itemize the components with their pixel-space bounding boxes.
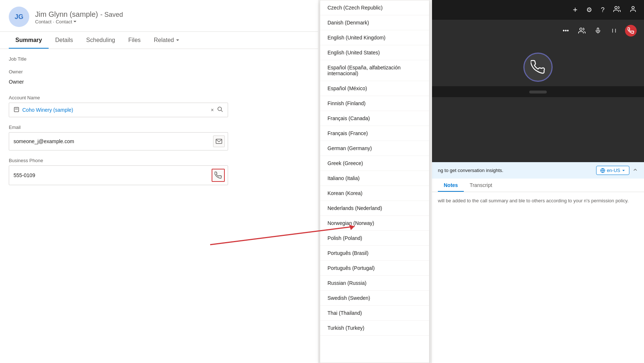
lang-item-8[interactable]: Français (France) bbox=[320, 126, 429, 141]
lang-item-10[interactable]: Greek (Greece) bbox=[320, 156, 429, 171]
call-controls: ••• bbox=[432, 20, 644, 42]
language-list: Czech (Czech Republic)Danish (Denmark)En… bbox=[320, 0, 429, 336]
notes-text: will be added to the call summary and bl… bbox=[438, 198, 629, 203]
lower-panel: ng to get conversation insights. en-US N… bbox=[432, 162, 644, 363]
form-content: Job Title Owner Owner Account Name Coho … bbox=[0, 49, 318, 363]
insights-bar: ng to get conversation insights. en-US bbox=[432, 162, 644, 179]
tab-transcript[interactable]: Transcript bbox=[464, 179, 498, 192]
contact-info: Jim Glynn (sample) - Saved Contact · Con… bbox=[35, 9, 123, 24]
lang-item-13[interactable]: Nederlands (Nederland) bbox=[320, 201, 429, 216]
business-phone-section: Business Phone 555-0109 bbox=[9, 158, 309, 185]
avatar: JG bbox=[9, 7, 29, 27]
call-phone-button[interactable] bbox=[212, 169, 225, 182]
account-record-icon bbox=[14, 107, 19, 114]
participants-icon[interactable] bbox=[577, 26, 587, 36]
email-field: someone_j@example.com bbox=[9, 132, 228, 150]
email-section: Email someone_j@example.com bbox=[9, 125, 309, 150]
plus-icon[interactable]: + bbox=[573, 5, 577, 15]
saved-status: - Saved bbox=[100, 11, 123, 18]
lang-item-17[interactable]: Português (Portugal) bbox=[320, 261, 429, 276]
svg-point-7 bbox=[632, 6, 634, 9]
job-title-section: Job Title bbox=[9, 56, 309, 62]
language-dropdown: Czech (Czech Republic)Danish (Denmark)En… bbox=[320, 0, 429, 363]
svg-rect-5 bbox=[216, 139, 222, 144]
contact-header: JG Jim Glynn (sample) - Saved Contact · … bbox=[0, 0, 318, 32]
lang-item-7[interactable]: Français (Canada) bbox=[320, 111, 429, 126]
business-phone-field: 555-0109 bbox=[9, 165, 228, 185]
tab-notes[interactable]: Notes bbox=[438, 179, 464, 192]
insights-text: ng to get conversation insights. bbox=[438, 168, 503, 173]
phone-value: 555-0109 bbox=[14, 172, 35, 178]
contact-type: Contact · Contact bbox=[35, 19, 123, 24]
type-secondary: Contact bbox=[56, 19, 72, 24]
collapse-icon[interactable] bbox=[632, 167, 638, 174]
pause-icon[interactable] bbox=[609, 26, 619, 36]
lang-item-1[interactable]: Danish (Denmark) bbox=[320, 15, 429, 30]
send-email-button[interactable] bbox=[213, 135, 225, 147]
lang-item-21[interactable]: Turkish (Turkey) bbox=[320, 321, 429, 336]
lang-item-5[interactable]: Español (México) bbox=[320, 81, 429, 96]
tab-related[interactable]: Related bbox=[147, 32, 186, 49]
lang-item-18[interactable]: Russian (Russia) bbox=[320, 276, 429, 291]
language-selector[interactable]: en-US bbox=[596, 166, 629, 175]
clear-account-button[interactable]: × bbox=[211, 107, 214, 113]
owner-value: Owner bbox=[9, 76, 309, 88]
business-phone-label: Business Phone bbox=[9, 158, 309, 163]
globe-icon bbox=[600, 168, 605, 173]
lang-item-2[interactable]: English (United Kingdom) bbox=[320, 30, 429, 45]
caller-name bbox=[529, 91, 547, 93]
account-field: Coho Winery (sample) × bbox=[9, 103, 228, 117]
lower-tab-bar: Notes Transcript bbox=[432, 179, 644, 192]
contact-name-text: Jim Glynn (sample) bbox=[35, 10, 98, 18]
svg-point-6 bbox=[615, 6, 617, 9]
lang-item-16[interactable]: Português (Brasil) bbox=[320, 246, 429, 261]
call-top-bar: + ⚙ ? bbox=[432, 0, 644, 20]
lang-item-9[interactable]: German (Germany) bbox=[320, 141, 429, 156]
lang-item-6[interactable]: Finnish (Finland) bbox=[320, 96, 429, 111]
tab-files[interactable]: Files bbox=[122, 32, 147, 49]
account-link[interactable]: Coho Winery (sample) bbox=[22, 107, 208, 113]
search-account-button[interactable] bbox=[217, 106, 223, 114]
tab-details[interactable]: Details bbox=[49, 32, 80, 49]
lang-item-4[interactable]: Español (España, alfabetización internac… bbox=[320, 60, 429, 81]
gear-icon[interactable]: ⚙ bbox=[586, 6, 592, 14]
tab-scheduling[interactable]: Scheduling bbox=[80, 32, 122, 49]
crm-panel: JG Jim Glynn (sample) - Saved Contact · … bbox=[0, 0, 318, 363]
call-panel: + ⚙ ? ••• bbox=[432, 0, 644, 363]
call-avatar-area bbox=[432, 42, 644, 162]
lang-item-19[interactable]: Swedish (Sweden) bbox=[320, 291, 429, 306]
svg-rect-9 bbox=[597, 28, 599, 31]
lang-item-0[interactable]: Czech (Czech Republic) bbox=[320, 0, 429, 15]
contact-name: Jim Glynn (sample) - Saved bbox=[35, 9, 123, 19]
type-primary: Contact bbox=[35, 19, 52, 24]
email-value: someone_j@example.com bbox=[14, 138, 74, 144]
more-options-icon[interactable]: ••• bbox=[561, 26, 571, 36]
lang-item-11[interactable]: Italiano (Italia) bbox=[320, 171, 429, 186]
crm-tab-bar: Summary Details Scheduling Files Related bbox=[0, 32, 318, 49]
account-name-label: Account Name bbox=[9, 95, 309, 100]
svg-line-4 bbox=[221, 110, 223, 112]
owner-section: Owner Owner bbox=[9, 69, 309, 88]
end-call-icon[interactable] bbox=[625, 25, 637, 37]
people-icon[interactable] bbox=[613, 5, 621, 15]
type-dropdown[interactable]: Contact bbox=[56, 19, 77, 24]
account-name-section: Account Name Coho Winery (sample) × bbox=[9, 95, 309, 117]
svg-point-3 bbox=[218, 107, 221, 111]
lang-item-14[interactable]: Norwegian (Norway) bbox=[320, 216, 429, 231]
chevron-down-icon bbox=[73, 19, 77, 24]
call-avatar-circle bbox=[523, 53, 553, 82]
phone-icon bbox=[531, 60, 545, 74]
lang-item-3[interactable]: English (United States) bbox=[320, 45, 429, 60]
related-chevron-icon bbox=[175, 38, 180, 42]
notes-content: will be added to the call summary and bl… bbox=[432, 192, 644, 363]
microphone-icon[interactable] bbox=[593, 26, 603, 36]
tab-summary[interactable]: Summary bbox=[9, 32, 49, 49]
owner-label: Owner bbox=[9, 69, 309, 74]
related-label: Related bbox=[154, 37, 174, 43]
lang-item-12[interactable]: Korean (Korea) bbox=[320, 186, 429, 201]
dot-separator: · bbox=[53, 19, 54, 24]
user-icon[interactable] bbox=[629, 5, 637, 15]
help-icon[interactable]: ? bbox=[601, 6, 605, 14]
lang-item-20[interactable]: Thai (Thailand) bbox=[320, 306, 429, 321]
lang-item-15[interactable]: Polish (Poland) bbox=[320, 231, 429, 246]
